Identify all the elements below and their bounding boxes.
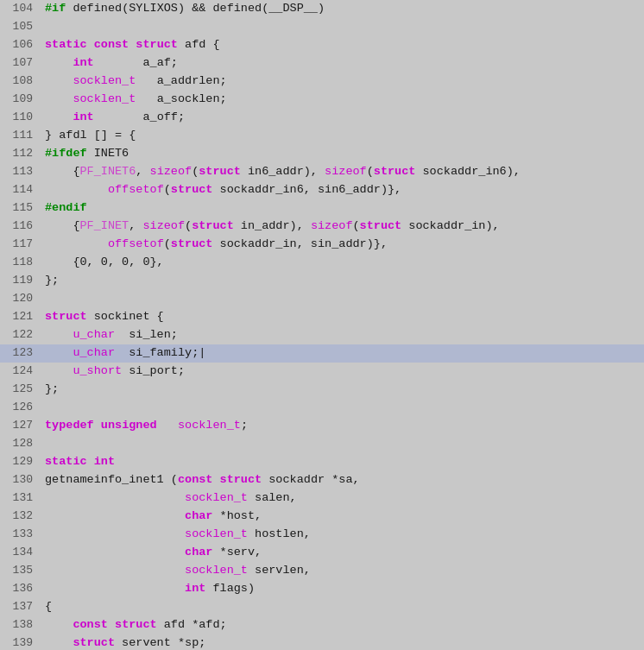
code-line-139: 139 struct servent *sp; — [0, 634, 644, 650]
code-line-133: 133 socklen_t hostlen, — [0, 526, 644, 544]
code-content: struct sockinet { — [45, 308, 164, 326]
code-content: #endif — [45, 199, 87, 218]
code-line-106: 106 static const struct afd { — [0, 36, 644, 54]
code-line-134: 134 char *serv, — [0, 544, 644, 562]
code-content: #ifdef INET6 — [45, 145, 129, 163]
code-line-114: 114 offsetof(struct sockaddr_in6, sin6_a… — [0, 181, 644, 199]
code-line-135: 135 socklen_t servlen, — [0, 562, 644, 580]
code-line-109: 109 socklen_t a_socklen; — [0, 91, 644, 109]
line-number: 109 — [5, 91, 33, 108]
code-line-116: 116 {PF_INET, sizeof(struct in_addr), si… — [0, 218, 644, 236]
line-number: 139 — [5, 634, 33, 650]
line-number: 108 — [5, 73, 33, 90]
line-number: 122 — [5, 326, 33, 344]
line-number: 120 — [5, 290, 33, 307]
code-content: int flags) — [45, 580, 255, 598]
code-line-105: 105 — [0, 18, 644, 36]
line-number: 118 — [5, 254, 33, 271]
code-line-121: 121 struct sockinet { — [0, 308, 644, 326]
code-content: }; — [45, 381, 59, 399]
code-line-137: 137 { — [0, 598, 644, 616]
code-content: char *serv, — [45, 544, 262, 562]
line-number: 130 — [5, 471, 33, 489]
line-number: 133 — [5, 526, 33, 543]
line-number: 128 — [5, 435, 33, 452]
code-content: {PF_INET6, sizeof(struct in6_addr), size… — [45, 163, 521, 181]
code-content: socklen_t hostlen, — [45, 526, 311, 544]
code-line-124: 124 u_short si_port; — [0, 363, 644, 381]
code-line-132: 132 char *host, — [0, 508, 644, 526]
line-number: 112 — [5, 145, 33, 162]
code-line-138: 138 const struct afd *afd; — [0, 616, 644, 634]
code-line-107: 107 int a_af; — [0, 54, 644, 73]
code-content: getnameinfo_inet1 (const struct sockaddr… — [45, 471, 360, 489]
line-number: 115 — [5, 199, 33, 217]
code-line-113: 113 {PF_INET6, sizeof(struct in6_addr), … — [0, 163, 644, 181]
line-number: 121 — [5, 308, 33, 325]
line-number: 116 — [5, 218, 33, 235]
code-line-131: 131 socklen_t salen, — [0, 489, 644, 508]
code-content: }; — [45, 272, 59, 290]
code-line-119: 119 }; — [0, 272, 644, 290]
code-line-118: 118 {0, 0, 0, 0}, — [0, 254, 644, 272]
line-number: 127 — [5, 417, 33, 434]
code-content: u_char si_len; — [45, 326, 178, 344]
code-line-122: 122 u_char si_len; — [0, 326, 644, 344]
code-content: static const struct afd { — [45, 36, 220, 54]
line-number: 110 — [5, 109, 33, 126]
line-number: 111 — [5, 127, 33, 144]
code-content: int a_af; — [45, 54, 178, 73]
line-number: 126 — [5, 399, 33, 416]
code-content: {0, 0, 0, 0}, — [45, 254, 164, 272]
line-number: 113 — [5, 163, 33, 180]
code-line-136: 136 int flags) — [0, 580, 644, 598]
code-content: char *host, — [45, 508, 262, 526]
code-line-108: 108 socklen_t a_addrlen; — [0, 73, 644, 91]
line-number: 123 — [5, 344, 33, 362]
code-line-111: 111 } afdl [] = { — [0, 127, 644, 145]
code-line-117: 117 offsetof(struct sockaddr_in, sin_add… — [0, 236, 644, 254]
code-content: #if defined(SYLIXOS) && defined(__DSP__) — [45, 0, 325, 18]
code-content: socklen_t a_addrlen; — [45, 73, 227, 91]
code-line-104: 104 #if defined(SYLIXOS) && defined(__DS… — [0, 0, 644, 18]
code-content: socklen_t servlen, — [45, 562, 311, 580]
code-line-110: 110 int a_off; — [0, 109, 644, 127]
line-number: 124 — [5, 363, 33, 380]
code-line-123: 123 u_char si_family;| — [0, 344, 644, 363]
code-content: offsetof(struct sockaddr_in6, sin6_addr)… — [45, 181, 401, 199]
code-line-130: 130 getnameinfo_inet1 (const struct sock… — [0, 471, 644, 489]
line-number: 104 — [5, 0, 33, 17]
code-editor: 104 #if defined(SYLIXOS) && defined(__DS… — [0, 0, 644, 650]
line-number: 105 — [5, 18, 33, 35]
code-content: const struct afd *afd; — [45, 616, 227, 634]
code-line-125: 125 }; — [0, 381, 644, 399]
code-content: struct servent *sp; — [45, 634, 205, 650]
code-content: socklen_t a_socklen; — [45, 91, 227, 109]
line-number: 107 — [5, 54, 33, 72]
code-content: offsetof(struct sockaddr_in, sin_addr)}, — [45, 236, 388, 254]
line-number: 131 — [5, 489, 33, 507]
code-content: { — [45, 598, 52, 616]
line-number: 125 — [5, 381, 33, 398]
code-line-129: 129 static int — [0, 453, 644, 471]
code-line-112: 112 #ifdef INET6 — [0, 145, 644, 163]
code-content: {PF_INET, sizeof(struct in_addr), sizeof… — [45, 218, 500, 236]
code-content: static int — [45, 453, 115, 471]
line-number: 132 — [5, 508, 33, 525]
line-number: 134 — [5, 544, 33, 561]
line-number: 135 — [5, 562, 33, 579]
code-content: u_short si_port; — [45, 363, 185, 381]
line-number: 138 — [5, 616, 33, 634]
code-content: int a_off; — [45, 109, 185, 127]
line-number: 106 — [5, 36, 33, 54]
line-number: 137 — [5, 598, 33, 615]
line-number: 114 — [5, 181, 33, 199]
line-number: 129 — [5, 453, 33, 470]
code-content: } afdl [] = { — [45, 127, 136, 145]
code-content: socklen_t salen, — [45, 489, 297, 508]
line-number: 117 — [5, 236, 33, 253]
code-line-127: 127 typedef unsigned socklen_t; — [0, 417, 644, 435]
line-number: 136 — [5, 580, 33, 597]
code-line-120: 120 — [0, 290, 644, 308]
code-content: typedef unsigned socklen_t; — [45, 417, 248, 435]
